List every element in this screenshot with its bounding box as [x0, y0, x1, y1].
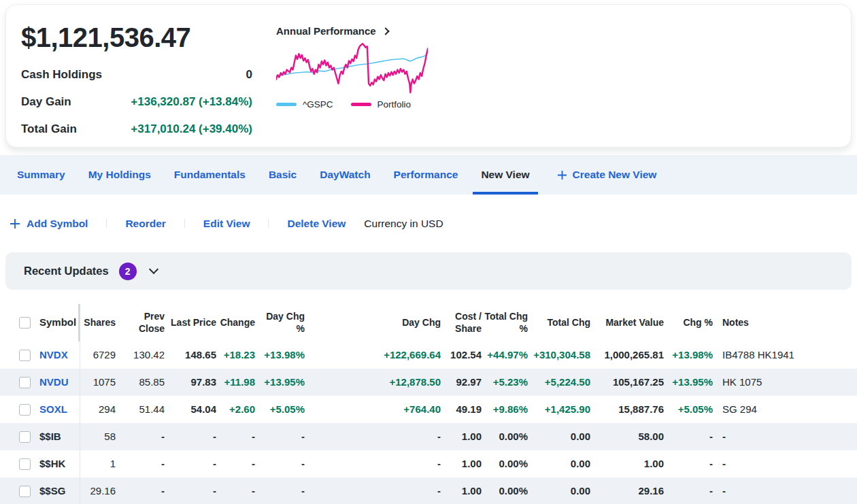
- annual-performance-link[interactable]: Annual Performance: [276, 25, 433, 37]
- column-header-day_chg_pct[interactable]: Day Chg %: [255, 304, 305, 341]
- column-header-symbol[interactable]: Symbol: [0, 304, 80, 341]
- cell-day_chg_pct: -: [255, 450, 305, 477]
- divider: [184, 219, 185, 228]
- tab-fundamentals[interactable]: Fundamentals: [174, 155, 246, 195]
- day-gain-value: +136,320.87 (+13.84%): [131, 95, 252, 109]
- cell-symbol: NVDU: [0, 369, 80, 396]
- column-header-label: Chg %: [683, 317, 713, 329]
- cell-value-shares: 6729: [93, 349, 116, 360]
- column-header-market_value[interactable]: Market Value: [590, 304, 664, 341]
- symbol-link[interactable]: NVDU: [39, 369, 69, 396]
- row-checkbox[interactable]: [19, 377, 31, 388]
- cell-cost_share: 102.54: [441, 341, 482, 369]
- column-header-total_chg_pct[interactable]: Total Chg %: [482, 304, 528, 341]
- symbol-link[interactable]: SOXL: [39, 396, 67, 423]
- column-header-shares[interactable]: Shares: [80, 304, 116, 341]
- cell-value-day_chg_pct: +13.98%: [264, 349, 305, 360]
- cell-day_chg: -: [305, 423, 441, 450]
- cell-value-total_chg_pct: 0.00%: [499, 458, 528, 469]
- cell-value-cost_share: 92.97: [456, 376, 482, 388]
- cell-last_price: -: [165, 477, 216, 504]
- tab-new-view[interactable]: New View: [481, 155, 529, 195]
- column-header-change[interactable]: Change: [216, 304, 255, 341]
- cell-market_value: 105,167.25: [590, 369, 664, 396]
- tab-my-holdings[interactable]: My Holdings: [88, 155, 151, 195]
- cell-value-notes: -: [713, 485, 726, 497]
- cell-symbol: $$HK: [0, 450, 80, 477]
- portfolio-line-swatch-icon: [351, 103, 371, 106]
- column-header-chg_pct[interactable]: Chg %: [664, 304, 713, 341]
- cell-value-cost_share: 1.00: [462, 431, 482, 442]
- chevron-down-icon[interactable]: [149, 264, 158, 273]
- cell-chg_pct: +13.98%: [664, 341, 713, 369]
- table-row-sshk: $$HK1-----1.000.00%0.001.00--: [0, 450, 857, 477]
- cell-value-prev_close: 85.85: [139, 376, 165, 388]
- cell-total_chg: 0.00: [528, 423, 590, 450]
- cell-day_chg_pct: +5.05%: [255, 396, 305, 423]
- plus-icon: [10, 218, 20, 229]
- tab-summary[interactable]: Summary: [17, 155, 65, 195]
- cell-notes: HK 1075: [713, 369, 857, 396]
- total-gain-row: Total Gain +317,010.24 (+39.40%): [21, 122, 252, 136]
- table-row-sssg: $$SG29.16-----1.000.00%0.0029.16--: [0, 477, 857, 504]
- chevron-right-icon: [382, 27, 389, 35]
- delete-view-button[interactable]: Delete View: [287, 218, 346, 230]
- cell-value-prev_close: 51.44: [139, 403, 165, 415]
- tab-performance[interactable]: Performance: [394, 155, 458, 195]
- column-header-notes[interactable]: Notes: [713, 304, 857, 341]
- cell-day_chg_pct: +13.95%: [255, 369, 305, 396]
- legend-item-portfolio: Portfolio: [351, 99, 411, 110]
- column-header-day_chg[interactable]: Day Chg: [305, 304, 441, 341]
- cell-total_chg_pct: 0.00%: [482, 477, 528, 504]
- add-symbol-button[interactable]: Add Symbol: [10, 218, 88, 230]
- cell-day_chg: +764.40: [305, 396, 441, 423]
- cash-symbol-label: $$HK: [39, 450, 65, 477]
- cell-value-notes: -: [713, 431, 726, 442]
- cell-value-total_chg_pct: +5.23%: [493, 376, 528, 388]
- row-checkbox[interactable]: [19, 458, 31, 470]
- tab-basic[interactable]: Basic: [269, 155, 297, 195]
- total-gain-label: Total Gain: [21, 122, 77, 136]
- column-header-cost_share[interactable]: Cost / Share: [441, 304, 482, 341]
- row-checkbox[interactable]: [19, 404, 31, 416]
- cell-last_price: 97.83: [165, 369, 216, 396]
- cell-change: +11.98: [216, 369, 255, 396]
- select-all-checkbox[interactable]: [19, 317, 31, 329]
- column-header-total_chg[interactable]: Total Chg: [528, 304, 590, 341]
- symbol-link[interactable]: NVDX: [39, 341, 68, 369]
- legend-item-gspc: ^GSPC: [276, 99, 333, 110]
- row-checkbox[interactable]: [19, 486, 31, 497]
- cell-value-total_chg_pct: 0.00%: [499, 485, 528, 497]
- cell-last_price: -: [165, 423, 216, 450]
- cell-value-cost_share: 102.54: [450, 349, 482, 360]
- cell-value-day_chg_pct: +13.95%: [264, 376, 305, 388]
- column-header-label: Total Chg %: [482, 311, 528, 335]
- cell-value-market_value: 15,887.76: [618, 403, 664, 415]
- tab-daywatch[interactable]: DayWatch: [320, 155, 370, 195]
- cell-value-shares: 1: [110, 458, 116, 469]
- summary-left-block: $1,121,536.47 Cash Holdings 0 Day Gain +…: [21, 22, 252, 136]
- cell-value-total_chg_pct: 0.00%: [499, 431, 528, 442]
- cell-change: +2.60: [216, 396, 255, 423]
- column-header-last_price[interactable]: Last Price: [165, 304, 216, 341]
- reorder-button[interactable]: Reorder: [125, 218, 165, 230]
- cell-value-total_chg: 0.00: [571, 458, 590, 469]
- cell-value-notes: HK 1075: [713, 376, 762, 388]
- cell-value-notes: IB4788 HK1941: [713, 349, 794, 360]
- cell-day_chg: +122,669.64: [305, 341, 441, 369]
- recent-updates-bar[interactable]: Recent Updates 2: [5, 252, 852, 290]
- cell-total_chg: 0.00: [528, 477, 590, 504]
- divider: [268, 219, 269, 228]
- cell-value-shares: 1075: [93, 376, 116, 388]
- column-header-prev_close[interactable]: Prev Close: [116, 304, 165, 341]
- create-new-view-button[interactable]: Create New View: [557, 169, 657, 181]
- cell-prev_close: 85.85: [116, 369, 165, 396]
- cell-chg_pct: -: [664, 450, 713, 477]
- cell-chg_pct: -: [664, 477, 713, 504]
- row-checkbox[interactable]: [19, 431, 31, 443]
- cell-market_value: 58.00: [590, 423, 664, 450]
- day-gain-row: Day Gain +136,320.87 (+13.84%): [21, 95, 252, 109]
- edit-view-button[interactable]: Edit View: [203, 218, 250, 230]
- row-checkbox[interactable]: [19, 350, 31, 361]
- column-header-label: Prev Close: [116, 311, 165, 335]
